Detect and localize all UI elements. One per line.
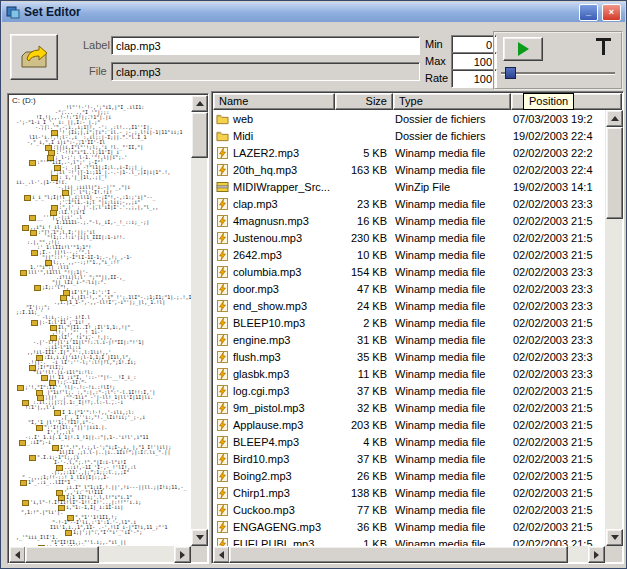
- tree-scroll-corner: [191, 546, 207, 562]
- file-type-icon: [216, 147, 229, 159]
- list-scroll-up-button[interactable]: [606, 110, 623, 127]
- file-size: 32 KB: [335, 402, 393, 414]
- mp3-file-icon: [216, 147, 229, 159]
- list-hscroll-thumb[interactable]: [229, 546, 568, 563]
- file-row[interactable]: BLEEP10.mp3 2 KB Winamp media file 02/02…: [213, 314, 605, 331]
- file-row[interactable]: 9m_pistol.mp3 32 KB Winamp media file 02…: [213, 399, 605, 416]
- rate-caption: Rate: [425, 72, 448, 84]
- file-row[interactable]: web Dossier de fichiers 07/03/2003 19:2: [213, 110, 605, 127]
- file-list[interactable]: web Dossier de fichiers 07/03/2003 19:2: [213, 110, 605, 546]
- file-row[interactable]: flush.mp3 35 KB Winamp media file 02/02/…: [213, 348, 605, 365]
- mp3-file-icon: [216, 453, 229, 465]
- file-row[interactable]: 2642.mp3 10 KB Winamp media file 02/02/2…: [213, 246, 605, 263]
- file-name: BLEEP4.mp3: [233, 436, 299, 448]
- list-scroll-down-button[interactable]: [606, 529, 623, 546]
- file-type-icon: [216, 181, 229, 193]
- file-row[interactable]: log.cgi.mp3 37 KB Winamp media file 02/0…: [213, 382, 605, 399]
- file-row[interactable]: end_show.mp3 24 KB Winamp media file 02/…: [213, 297, 605, 314]
- file-row[interactable]: Midi Dossier de fichiers 19/02/2003 22:4: [213, 127, 605, 144]
- file-row[interactable]: Justenou.mp3 230 KB Winamp media file 02…: [213, 229, 605, 246]
- minimize-button[interactable]: _: [579, 4, 598, 21]
- close-button[interactable]: ×: [602, 4, 621, 21]
- titlebar[interactable]: Set Editor _ ×: [2, 2, 625, 22]
- file-type-icon: [216, 504, 229, 516]
- list-horizontal-scrollbar[interactable]: [213, 546, 605, 562]
- file-modified: 02/02/2003 21:5: [511, 487, 605, 499]
- rate-input[interactable]: [451, 69, 497, 88]
- file-type-icon: [216, 487, 229, 499]
- tree-root-labels: C: (D:): [12, 96, 36, 105]
- file-name: Boing2.mp3: [233, 470, 292, 482]
- file-size: 36 KB: [335, 521, 393, 533]
- tree-vertical-scrollbar[interactable]: [191, 95, 207, 546]
- file-modified: 02/02/2003 21:5: [511, 402, 605, 414]
- mp3-file-icon: [216, 283, 229, 295]
- file-type: Winamp media file: [393, 147, 511, 159]
- file-size: 24 KB: [335, 300, 393, 312]
- file-row[interactable]: 4magnusn.mp3 16 KB Winamp media file 02/…: [213, 212, 605, 229]
- file-type: Winamp media file: [393, 317, 511, 329]
- file-name: BLEEP10.mp3: [233, 317, 305, 329]
- file-type: Winamp media file: [393, 198, 511, 210]
- file-modified: 02/02/2003 23:3: [511, 300, 605, 312]
- mp3-file-icon: [216, 232, 229, 244]
- file-modified: 02/02/2003 23:3: [511, 351, 605, 363]
- file-row[interactable]: FUELPUBL.mp3 1 KB Winamp media file 02/0…: [213, 535, 605, 546]
- file-row[interactable]: columbia.mp3 154 KB Winamp media file 02…: [213, 263, 605, 280]
- mp3-file-icon: [216, 521, 229, 533]
- file-row[interactable]: engine.mp3 31 KB Winamp media file 02/02…: [213, 331, 605, 348]
- file-type: Dossier de fichiers: [393, 113, 511, 125]
- file-type: Winamp media file: [393, 538, 511, 547]
- file-row[interactable]: BLEEP4.mp3 4 KB Winamp media file 02/02/…: [213, 433, 605, 450]
- tree-horizontal-scrollbar[interactable]: [9, 546, 191, 562]
- file-row[interactable]: Applause.mp3 203 KB Winamp media file 02…: [213, 416, 605, 433]
- mp3-file-icon: [216, 249, 229, 261]
- open-file-button[interactable]: [10, 34, 58, 80]
- file-type-icon: [216, 130, 229, 142]
- list-scroll-corner: [605, 546, 622, 562]
- tree-scroll-up-button[interactable]: [191, 95, 208, 112]
- file-row[interactable]: Bird10.mp3 37 KB Winamp media file 02/02…: [213, 450, 605, 467]
- column-header-name[interactable]: Name: [213, 93, 335, 110]
- app-icon: [6, 5, 20, 19]
- folder-tree[interactable]: C: (D:) _!l"'!-'!-,';"i1,|"I_.ilI1:-";..…: [7, 93, 209, 564]
- position-slider[interactable]: [501, 72, 615, 74]
- file-row[interactable]: 20th_hq.mp3 163 KB Winamp media file 02/…: [213, 161, 605, 178]
- list-vertical-scrollbar[interactable]: [605, 110, 622, 546]
- tree-scroll-left-button[interactable]: [9, 546, 26, 563]
- file-row[interactable]: glasbk.mp3 11 KB Winamp media file 02/02…: [213, 365, 605, 382]
- file-row[interactable]: LAZER2.mp3 5 KB Winamp media file 02/02/…: [213, 144, 605, 161]
- file-type-icon: [216, 317, 229, 329]
- list-scroll-left-button[interactable]: [213, 546, 230, 563]
- column-header-type[interactable]: Type: [393, 93, 511, 110]
- mp3-file-icon: [216, 198, 229, 210]
- tree-scroll-down-button[interactable]: [191, 529, 208, 546]
- file-row[interactable]: MIDIWrapper_Src... WinZip File 19/02/200…: [213, 178, 605, 195]
- tree-hscroll-thumb[interactable]: [25, 546, 99, 563]
- position-slider-thumb[interactable]: [505, 67, 516, 79]
- file-input[interactable]: [111, 62, 420, 81]
- file-name: FUELPUBL.mp3: [233, 538, 314, 547]
- column-header-size[interactable]: Size: [335, 93, 393, 110]
- list-vscroll-thumb[interactable]: [606, 127, 623, 219]
- file-type-icon: [216, 419, 229, 431]
- tree-scroll-right-button[interactable]: [174, 546, 191, 563]
- mp3-file-icon: [216, 504, 229, 516]
- file-name: MIDIWrapper_Src...: [233, 181, 330, 193]
- file-row[interactable]: clap.mp3 23 KB Winamp media file 02/02/2…: [213, 195, 605, 212]
- file-row[interactable]: Boing2.mp3 26 KB Winamp media file 02/02…: [213, 467, 605, 484]
- file-type: Winamp media file: [393, 419, 511, 431]
- file-row[interactable]: door.mp3 47 KB Winamp media file 02/02/2…: [213, 280, 605, 297]
- file-size: 47 KB: [335, 283, 393, 295]
- list-scroll-right-button[interactable]: [588, 546, 605, 563]
- file-name: ENGAGENG.mp3: [233, 521, 321, 533]
- file-type: WinZip File: [393, 181, 511, 193]
- folder-icon: [216, 113, 229, 125]
- tree-vscroll-thumb[interactable]: [191, 112, 208, 158]
- file-row[interactable]: Chirp1.mp3 138 KB Winamp media file 02/0…: [213, 484, 605, 501]
- file-row[interactable]: Cuckoo.mp3 77 KB Winamp media file 02/02…: [213, 501, 605, 518]
- play-button[interactable]: [503, 37, 543, 61]
- file-row[interactable]: ENGAGENG.mp3 36 KB Winamp media file 02/…: [213, 518, 605, 535]
- label-input[interactable]: [111, 36, 420, 55]
- file-type: Winamp media file: [393, 368, 511, 380]
